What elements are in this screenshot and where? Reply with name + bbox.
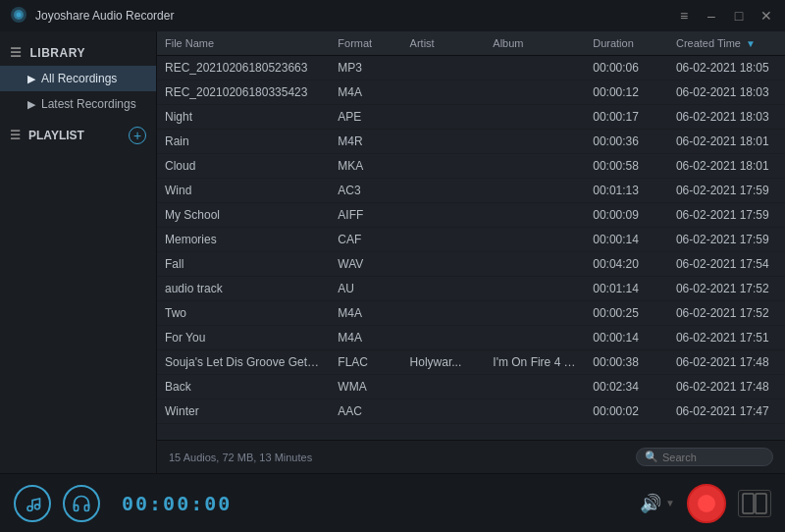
cell-filename: audio track — [157, 282, 330, 295]
volume-control[interactable]: 🔊 ▼ — [640, 493, 675, 514]
svg-point-2 — [17, 12, 22, 17]
col-header-format[interactable]: Format — [330, 37, 401, 49]
table-row[interactable]: Night APE 00:00:17 06-02-2021 18:03 — [157, 105, 785, 130]
main-layout: ☰ LIBRARY ▶ All Recordings ▶ Latest Reco… — [0, 31, 785, 473]
sidebar-item-all-recordings[interactable]: ▶ All Recordings — [0, 66, 156, 91]
record-button[interactable] — [687, 484, 726, 523]
table-body: REC_20210206180523663 MP3 00:00:06 06-02… — [157, 56, 785, 424]
menu-btn[interactable]: ≡ — [675, 7, 693, 25]
playlist-section-header: ☰ PLAYLIST + — [0, 117, 156, 150]
table-row[interactable]: REC_20210206180335423 M4A 00:00:12 06-02… — [157, 80, 785, 105]
cell-format: M4A — [330, 85, 401, 99]
cell-created: 06-02-2021 17:59 — [668, 184, 785, 197]
music-library-button[interactable] — [14, 485, 51, 522]
svg-rect-6 — [756, 494, 766, 513]
cell-filename: My School — [157, 208, 330, 222]
bottom-bar: 00:00:00 🔊 ▼ — [0, 473, 785, 532]
playlist-label: ☰ PLAYLIST — [10, 129, 129, 142]
cell-duration: 00:04:20 — [585, 257, 668, 271]
minimize-btn[interactable]: – — [703, 7, 720, 25]
status-bar: 15 Audios, 72 MB, 13 Minutes 🔍 — [157, 440, 785, 473]
sidebar-item-latest-recordings[interactable]: ▶ Latest Recordings — [0, 91, 156, 117]
sort-arrow-icon: ▼ — [746, 38, 756, 49]
cell-filename: Souja's Let Dis Groove Get U... — [157, 355, 330, 369]
cell-created: 06-02-2021 17:51 — [668, 331, 785, 345]
volume-icon: 🔊 — [640, 493, 661, 514]
table-row[interactable]: Wind AC3 00:01:13 06-02-2021 17:59 — [157, 179, 785, 203]
col-header-created[interactable]: Created Time ▼ — [668, 37, 785, 49]
cell-filename: Rain — [157, 134, 330, 148]
cell-format: M4A — [330, 331, 401, 345]
cell-duration: 00:00:17 — [585, 110, 668, 124]
cell-created: 06-02-2021 17:48 — [668, 380, 785, 394]
close-btn[interactable]: ✕ — [758, 7, 775, 25]
app-title: Joyoshare Audio Recorder — [35, 9, 675, 23]
volume-chevron-icon: ▼ — [665, 498, 675, 508]
table-row[interactable]: Cloud MKA 00:00:58 06-02-2021 18:01 — [157, 154, 785, 179]
cell-format: AU — [330, 282, 401, 295]
headphone-button[interactable] — [63, 485, 100, 522]
time-display: 00:00:00 — [112, 492, 628, 515]
cell-filename: Night — [157, 110, 330, 124]
table-row[interactable]: Back WMA 00:02:34 06-02-2021 17:48 — [157, 375, 785, 399]
col-header-artist[interactable]: Artist — [402, 37, 486, 49]
cell-artist: Holywar... — [402, 355, 486, 369]
cell-format: AIFF — [330, 208, 401, 222]
table-row[interactable]: REC_20210206180523663 MP3 00:00:06 06-02… — [157, 56, 785, 80]
table-row[interactable]: Two M4A 00:00:25 06-02-2021 17:52 — [157, 301, 785, 326]
maximize-btn[interactable]: □ — [730, 7, 748, 25]
cell-created: 06-02-2021 17:48 — [668, 355, 785, 369]
col-header-duration[interactable]: Duration — [585, 37, 668, 49]
table-row[interactable]: My School AIFF 00:00:09 06-02-2021 17:59 — [157, 203, 785, 228]
content-area: File Name Format Artist Album Duration C… — [157, 31, 785, 473]
table-row[interactable]: Fall WAV 00:04:20 06-02-2021 17:54 — [157, 252, 785, 277]
cell-created: 06-02-2021 18:05 — [668, 61, 785, 75]
table-row[interactable]: For You M4A 00:00:14 06-02-2021 17:51 — [157, 326, 785, 350]
table-header: File Name Format Artist Album Duration C… — [157, 31, 785, 56]
cell-filename: Wind — [157, 184, 330, 197]
cell-filename: For You — [157, 331, 330, 345]
add-playlist-button[interactable]: + — [129, 127, 146, 144]
cell-duration: 00:02:34 — [585, 380, 668, 394]
search-input[interactable] — [662, 452, 764, 463]
cell-duration: 00:01:14 — [585, 282, 668, 295]
search-icon: 🔍 — [645, 451, 658, 463]
col-header-album[interactable]: Album — [485, 37, 585, 49]
file-table[interactable]: File Name Format Artist Album Duration C… — [157, 31, 785, 440]
split-button[interactable] — [738, 490, 771, 517]
cell-duration: 00:00:02 — [585, 404, 668, 418]
cell-duration: 00:00:38 — [585, 355, 668, 369]
cell-duration: 00:01:13 — [585, 184, 668, 197]
col-header-filename[interactable]: File Name — [157, 37, 330, 49]
cell-format: WMA — [330, 380, 401, 394]
cell-filename: Fall — [157, 257, 330, 271]
cell-format: MKA — [330, 159, 401, 173]
svg-rect-5 — [743, 494, 754, 513]
cell-format: AC3 — [330, 184, 401, 197]
cell-filename: REC_20210206180523663 — [157, 61, 330, 75]
cell-duration: 00:00:14 — [585, 233, 668, 246]
cell-filename: Cloud — [157, 159, 330, 173]
cell-created: 06-02-2021 18:03 — [668, 110, 785, 124]
cell-format: CAF — [330, 233, 401, 246]
all-recordings-label: All Recordings — [41, 72, 117, 85]
table-row[interactable]: Winter AAC 00:00:02 06-02-2021 17:47 — [157, 399, 785, 424]
cell-created: 06-02-2021 17:52 — [668, 282, 785, 295]
table-row[interactable]: Rain M4R 00:00:36 06-02-2021 18:01 — [157, 130, 785, 154]
playlist-menu-icon: ☰ — [10, 129, 21, 142]
table-row[interactable]: audio track AU 00:01:14 06-02-2021 17:52 — [157, 277, 785, 301]
cell-album: I'm On Fire 4 The King ... — [485, 355, 585, 369]
record-inner-circle — [698, 495, 715, 512]
library-menu-icon: ☰ — [10, 45, 23, 60]
cell-created: 06-02-2021 17:59 — [668, 233, 785, 246]
title-bar: Joyoshare Audio Recorder ≡ – □ ✕ — [0, 0, 785, 31]
search-box[interactable]: 🔍 — [636, 448, 773, 466]
table-row[interactable]: Souja's Let Dis Groove Get U... FLAC Hol… — [157, 350, 785, 375]
cell-created: 06-02-2021 18:01 — [668, 159, 785, 173]
cell-created: 06-02-2021 17:59 — [668, 208, 785, 222]
cell-created: 06-02-2021 18:03 — [668, 85, 785, 99]
latest-recordings-label: Latest Recordings — [41, 97, 136, 111]
cell-duration: 00:00:25 — [585, 306, 668, 320]
cell-duration: 00:00:36 — [585, 134, 668, 148]
table-row[interactable]: Memories CAF 00:00:14 06-02-2021 17:59 — [157, 228, 785, 252]
